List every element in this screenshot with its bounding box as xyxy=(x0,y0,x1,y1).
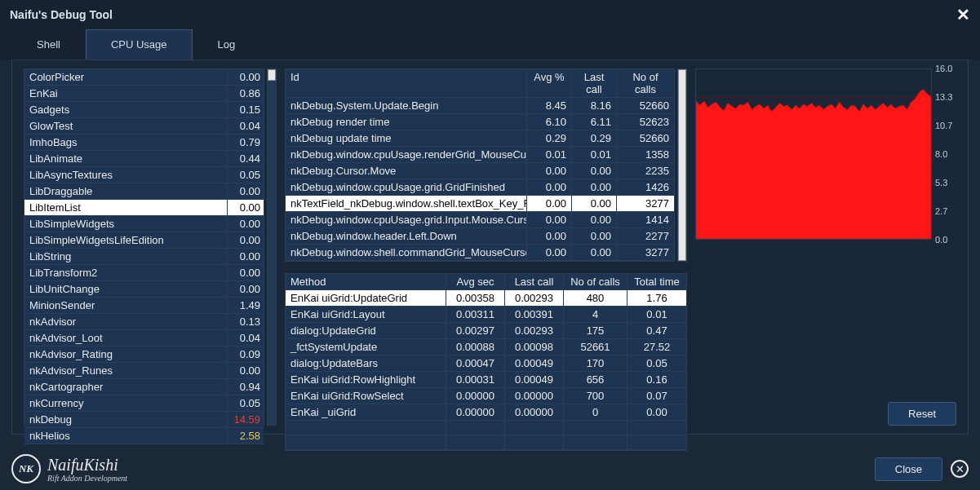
close-icon[interactable]: ✕ xyxy=(956,5,970,24)
id-row[interactable]: nkDebug.System.Update.Begin8.458.1652660 xyxy=(286,98,674,114)
avgsec-cell: 0.00358 xyxy=(446,290,505,306)
method-cell: dialog:UpdateGrid xyxy=(286,323,446,338)
addon-table: ColorPicker0.00EnKai0.86Gadgets0.15GlowT… xyxy=(24,68,264,426)
id-row[interactable]: nkDebug render time6.106.1152623 xyxy=(286,114,674,130)
id-row[interactable]: nkTextField_nkDebug.window.shell.textBox… xyxy=(286,196,674,212)
addon-row[interactable]: LibItemList0.00 xyxy=(24,200,264,216)
method-row[interactable]: dialog:UpdateGrid0.002970.002931750.47 xyxy=(286,323,686,339)
last-cell: 0.29 xyxy=(572,130,617,146)
tab-log[interactable]: Log xyxy=(193,29,261,60)
id-row[interactable]: nkDebug.window.shell.commandGrid_MouseCu… xyxy=(286,245,674,261)
addon-row[interactable]: Gadgets0.15 xyxy=(24,102,264,118)
last-cell: 0.01 xyxy=(572,147,617,162)
method-row[interactable]: EnKai uiGrid:UpdateGrid0.003580.00293480… xyxy=(286,290,686,307)
last-cell: 0.00 xyxy=(572,179,617,195)
addon-row[interactable]: LibAsyncTextures0.05 xyxy=(24,167,264,183)
addon-row[interactable]: nkCurrency0.05 xyxy=(24,395,264,412)
title-bar[interactable]: Naifu's Debug Tool ✕ xyxy=(0,0,980,29)
totaltime-cell: 0.47 xyxy=(627,323,686,338)
addon-name: LibString xyxy=(24,249,228,264)
addon-row[interactable]: nkAdvisor_Rating0.09 xyxy=(24,347,264,363)
scroll-thumb[interactable] xyxy=(268,69,276,81)
addon-row[interactable]: LibString0.00 xyxy=(24,249,264,265)
id-row[interactable]: nkDebug.window.cpuUsage.renderGrid_Mouse… xyxy=(286,147,674,163)
id-row[interactable]: nkDebug.window.cpuUsage.grid.Input.Mouse… xyxy=(286,212,674,228)
tab-cpu-usage[interactable]: CPU Usage xyxy=(86,29,193,60)
calls-cell: 52623 xyxy=(617,114,674,130)
scroll-thumb[interactable] xyxy=(678,69,686,261)
close-button[interactable]: Close xyxy=(875,457,942,481)
totaltime-cell: 1.76 xyxy=(627,290,686,306)
addon-row[interactable]: nkDebug14.59 xyxy=(24,412,264,428)
addon-pct: 0.05 xyxy=(228,167,264,183)
last-cell: 0.00 xyxy=(572,196,617,211)
id-row[interactable]: nkDebug.window.cpuUsage.grid.GridFinishe… xyxy=(286,179,674,196)
col-id: Id xyxy=(286,69,527,97)
method-row[interactable]: dialog:UpdateBars0.000470.000491700.05 xyxy=(286,355,686,372)
addon-row[interactable]: ImhoBags0.79 xyxy=(24,135,264,151)
avgsec-cell: 0.00297 xyxy=(446,323,505,338)
method-cell: EnKai uiGrid:RowHighlight xyxy=(286,372,446,387)
addon-pct: 0.04 xyxy=(228,330,264,346)
addon-row[interactable]: LibTransform20.00 xyxy=(24,265,264,281)
addon-row[interactable]: LibAnimate0.44 xyxy=(24,151,264,167)
id-cell: nkDebug.window.cpuUsage.grid.Input.Mouse… xyxy=(286,212,527,227)
addon-list-panel: ColorPicker0.00EnKai0.86Gadgets0.15GlowT… xyxy=(24,68,277,426)
addon-scrollbar[interactable] xyxy=(267,68,277,426)
id-cell: nkDebug update time xyxy=(286,130,527,146)
addon-row[interactable]: LibSimpleWidgetsLifeEdition0.00 xyxy=(24,232,264,249)
id-row[interactable]: nkDebug.window.header.Left.Down0.000.002… xyxy=(286,228,674,245)
addon-row[interactable]: GlowTest0.04 xyxy=(24,118,264,135)
avg-cell: 0.00 xyxy=(527,179,572,195)
addon-row[interactable]: nkAdvisor_Runes0.00 xyxy=(24,363,264,379)
id-row[interactable]: nkDebug update time0.290.2952660 xyxy=(286,130,674,147)
addon-row[interactable]: nkHelios2.58 xyxy=(24,428,264,444)
col-totaltime: Total time xyxy=(627,274,686,289)
id-scrollbar[interactable] xyxy=(677,68,687,262)
mid-panel: IdAvg %Last callNo of callsnkDebug.Syste… xyxy=(285,68,687,426)
method-row[interactable]: EnKai uiGrid:RowHighlight0.000310.000496… xyxy=(286,372,686,388)
addon-row[interactable]: LibUnitChange0.00 xyxy=(24,281,264,298)
addon-row[interactable]: EnKai0.86 xyxy=(24,86,264,102)
tab-bar: Shell CPU Usage Log xyxy=(0,29,980,60)
method-row[interactable]: EnKai _uiGrid0.000000.0000000.00 xyxy=(286,404,686,421)
method-row[interactable]: EnKai uiGrid:RowSelect0.000000.000007000… xyxy=(286,388,686,404)
close-circle-icon[interactable]: ✕ xyxy=(951,460,969,478)
addon-row[interactable]: MinionSender1.49 xyxy=(24,298,264,314)
addon-name: MinionSender xyxy=(24,298,228,313)
calls-cell: 2277 xyxy=(617,228,674,244)
lastcall-cell: 0.00293 xyxy=(505,290,564,306)
method-row[interactable]: _fctSystemUpdate0.000880.000985266127.52 xyxy=(286,339,686,355)
graph-y-axis: 16.013.310.78.05.32.70.0 xyxy=(932,68,956,240)
addon-row[interactable]: ColorPicker0.00 xyxy=(24,69,264,86)
id-cell: nkDebug render time xyxy=(286,114,527,130)
last-cell: 0.00 xyxy=(572,228,617,244)
method-row[interactable]: EnKai uiGrid:Layout0.003110.0039140.01 xyxy=(286,307,686,323)
addon-row[interactable]: nkCartographer0.94 xyxy=(24,379,264,395)
nocalls-cell: 52661 xyxy=(564,339,627,355)
reset-button[interactable]: Reset xyxy=(888,402,956,426)
y-tick: 2.7 xyxy=(935,206,947,216)
addon-row[interactable]: nkAdvisor0.13 xyxy=(24,314,264,330)
y-tick: 10.7 xyxy=(935,121,952,130)
id-row[interactable]: nkDebug.Cursor.Move0.000.002235 xyxy=(286,163,674,179)
addon-pct: 0.13 xyxy=(228,314,264,329)
graph-wrap: 16.013.310.78.05.32.70.0 xyxy=(695,68,956,240)
debug-tool-window: Naifu's Debug Tool ✕ Shell CPU Usage Log… xyxy=(0,0,980,490)
addon-row[interactable]: nkAdvisor_Loot0.04 xyxy=(24,330,264,347)
addon-row[interactable]: LibDraggable0.00 xyxy=(24,183,264,200)
method-cell: EnKai uiGrid:UpdateGrid xyxy=(286,290,446,306)
calls-cell: 52660 xyxy=(617,130,674,146)
addon-name: nkCartographer xyxy=(24,379,228,395)
avg-cell: 0.01 xyxy=(527,147,572,162)
last-cell: 0.00 xyxy=(572,245,617,260)
addon-name: ImhoBags xyxy=(24,135,228,150)
addon-row[interactable]: LibSimpleWidgets0.00 xyxy=(24,216,264,232)
calls-cell: 52660 xyxy=(617,98,674,113)
addon-name: nkAdvisor_Runes xyxy=(24,363,228,378)
tab-shell[interactable]: Shell xyxy=(11,29,86,60)
avg-cell: 0.00 xyxy=(527,163,572,179)
method-cell: EnKai uiGrid:RowSelect xyxy=(286,388,446,404)
id-cell: nkDebug.window.cpuUsage.renderGrid_Mouse… xyxy=(286,147,527,162)
avgsec-cell: 0.00088 xyxy=(446,339,505,355)
